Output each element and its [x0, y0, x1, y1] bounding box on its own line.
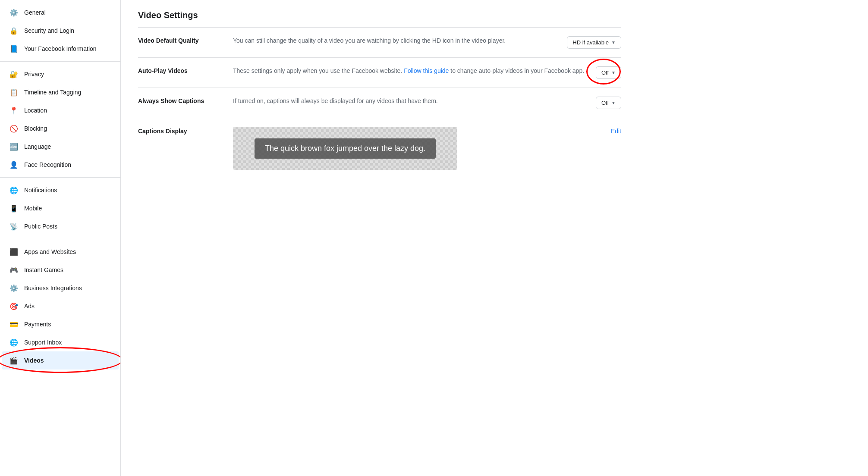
- sidebar-item-mobile[interactable]: 📱Mobile: [2, 199, 119, 217]
- payments-icon: 💳: [9, 319, 19, 329]
- privacy-icon: 🔐: [9, 69, 19, 79]
- your-facebook-information-icon: 📘: [9, 44, 19, 54]
- sidebar-item-label-security-login: Security and Login: [24, 27, 74, 34]
- face-recognition-icon: 👤: [9, 160, 19, 170]
- sidebar-item-your-facebook-information[interactable]: 📘Your Facebook Information: [2, 40, 119, 58]
- dropdown-value-always-show-captions: Off: [601, 100, 609, 106]
- sidebar-item-label-support-inbox: Support Inbox: [24, 339, 62, 346]
- blocking-icon: 🚫: [9, 123, 19, 134]
- sidebar-item-label-ads: Ads: [24, 303, 35, 310]
- sidebar-item-label-business-integrations: Business Integrations: [24, 285, 82, 291]
- setting-control-auto-play-videos: Off▼: [596, 66, 621, 79]
- security-login-icon: 🔒: [9, 25, 19, 36]
- sidebar-item-ads[interactable]: 🎯Ads: [2, 297, 119, 315]
- support-inbox-icon: 🌐: [9, 337, 19, 348]
- sidebar-item-face-recognition[interactable]: 👤Face Recognition: [2, 156, 119, 174]
- chevron-down-icon: ▼: [611, 100, 616, 105]
- ads-icon: 🎯: [9, 301, 19, 311]
- sidebar-item-label-language: Language: [24, 143, 51, 150]
- sidebar: ⚙️General🔒Security and Login📘Your Facebo…: [0, 0, 121, 476]
- sidebar-item-label-face-recognition: Face Recognition: [24, 161, 71, 168]
- dropdown-wrap-auto-play-videos: Off▼: [596, 66, 621, 79]
- chevron-down-icon: ▼: [611, 70, 616, 75]
- sidebar-item-label-your-facebook-information: Your Facebook Information: [24, 45, 97, 52]
- sidebar-item-security-login[interactable]: 🔒Security and Login: [2, 22, 119, 40]
- settings-container: Video Default QualityYou can still chang…: [138, 28, 621, 178]
- sidebar-divider-1: [0, 177, 120, 178]
- sidebar-item-label-public-posts: Public Posts: [24, 223, 57, 230]
- sidebar-divider-2: [0, 239, 120, 239]
- sidebar-item-label-payments: Payments: [24, 321, 51, 328]
- edit-captions-link[interactable]: Edit: [611, 127, 621, 135]
- main-content: Video Settings Video Default QualityYou …: [121, 0, 638, 476]
- sidebar-item-location[interactable]: 📍Location: [2, 101, 119, 119]
- sidebar-item-notifications[interactable]: 🌐Notifications: [2, 181, 119, 199]
- setting-label-video-default-quality: Video Default Quality: [138, 36, 224, 44]
- sidebar-item-support-inbox[interactable]: 🌐Support Inbox: [2, 333, 119, 351]
- sidebar-item-label-apps-websites: Apps and Websites: [24, 248, 76, 255]
- sidebar-item-payments[interactable]: 💳Payments: [2, 315, 119, 333]
- setting-control-captions-display: Edit: [611, 127, 621, 135]
- setting-row-video-default-quality: Video Default QualityYou can still chang…: [138, 28, 621, 58]
- sidebar-item-label-blocking: Blocking: [24, 125, 47, 132]
- sidebar-item-label-timeline-tagging: Timeline and Tagging: [24, 89, 81, 96]
- mobile-icon: 📱: [9, 203, 19, 213]
- page-title: Video Settings: [138, 10, 621, 20]
- sidebar-item-label-videos: Videos: [24, 357, 44, 364]
- sidebar-divider-0: [0, 61, 120, 62]
- timeline-tagging-icon: 📋: [9, 87, 19, 97]
- chevron-down-icon: ▼: [611, 40, 616, 45]
- dropdown-btn-auto-play-videos[interactable]: Off▼: [596, 66, 621, 79]
- instant-games-icon: 🎮: [9, 265, 19, 275]
- sidebar-item-videos[interactable]: 🎬Videos: [2, 351, 119, 370]
- sidebar-item-privacy[interactable]: 🔐Privacy: [2, 65, 119, 83]
- setting-label-always-show-captions: Always Show Captions: [138, 97, 224, 104]
- general-icon: ⚙️: [9, 7, 19, 18]
- setting-desc-auto-play-videos: These settings only apply when you use t…: [233, 66, 587, 75]
- dropdown-btn-always-show-captions[interactable]: Off▼: [596, 97, 621, 109]
- sidebar-item-timeline-tagging[interactable]: 📋Timeline and Tagging: [2, 83, 119, 101]
- setting-label-captions-display: Captions Display: [138, 127, 224, 135]
- sidebar-item-blocking[interactable]: 🚫Blocking: [2, 119, 119, 138]
- sidebar-item-business-integrations[interactable]: ⚙️Business Integrations: [2, 279, 119, 297]
- setting-row-captions-display: Captions DisplayThe quick brown fox jump…: [138, 118, 621, 178]
- captions-preview-text: The quick brown fox jumped over the lazy…: [255, 138, 436, 159]
- language-icon: 🔤: [9, 141, 19, 152]
- setting-control-always-show-captions: Off▼: [596, 97, 621, 109]
- sidebar-item-public-posts[interactable]: 📡Public Posts: [2, 217, 119, 235]
- dropdown-btn-video-default-quality[interactable]: HD if available▼: [567, 36, 621, 49]
- notifications-icon: 🌐: [9, 185, 19, 195]
- public-posts-icon: 📡: [9, 221, 19, 232]
- setting-label-auto-play-videos: Auto-Play Videos: [138, 66, 224, 74]
- dropdown-value-auto-play-videos: Off: [601, 69, 609, 76]
- apps-websites-icon: ⬛: [9, 247, 19, 257]
- setting-desc-always-show-captions: If turned on, captions will always be di…: [233, 97, 587, 106]
- sidebar-item-label-instant-games: Instant Games: [24, 266, 63, 273]
- videos-icon: 🎬: [9, 355, 19, 366]
- business-integrations-icon: ⚙️: [9, 283, 19, 293]
- setting-row-auto-play-videos: Auto-Play VideosThese settings only appl…: [138, 58, 621, 88]
- sidebar-item-apps-websites[interactable]: ⬛Apps and Websites: [2, 243, 119, 261]
- dropdown-wrap-always-show-captions: Off▼: [596, 97, 621, 109]
- sidebar-item-label-notifications: Notifications: [24, 187, 57, 194]
- sidebar-item-general[interactable]: ⚙️General: [2, 3, 119, 22]
- sidebar-item-label-mobile: Mobile: [24, 205, 42, 212]
- sidebar-item-language[interactable]: 🔤Language: [2, 138, 119, 156]
- sidebar-item-label-location: Location: [24, 107, 47, 114]
- setting-desc-captions-display: The quick brown fox jumped over the lazy…: [233, 127, 602, 170]
- app-layout: ⚙️General🔒Security and Login📘Your Facebo…: [0, 0, 868, 476]
- follow-guide-link[interactable]: Follow this guide: [404, 67, 449, 74]
- setting-desc-video-default-quality: You can still change the quality of a vi…: [233, 36, 558, 45]
- sidebar-item-label-privacy: Privacy: [24, 71, 44, 78]
- sidebar-item-instant-games[interactable]: 🎮Instant Games: [2, 261, 119, 279]
- setting-row-always-show-captions: Always Show CaptionsIf turned on, captio…: [138, 88, 621, 118]
- setting-control-video-default-quality: HD if available▼: [567, 36, 621, 49]
- captions-preview-wrap: The quick brown fox jumped over the lazy…: [233, 127, 457, 170]
- location-icon: 📍: [9, 105, 19, 116]
- dropdown-value-video-default-quality: HD if available: [572, 39, 609, 46]
- sidebar-item-label-general: General: [24, 9, 46, 16]
- dropdown-wrap-video-default-quality: HD if available▼: [567, 36, 621, 49]
